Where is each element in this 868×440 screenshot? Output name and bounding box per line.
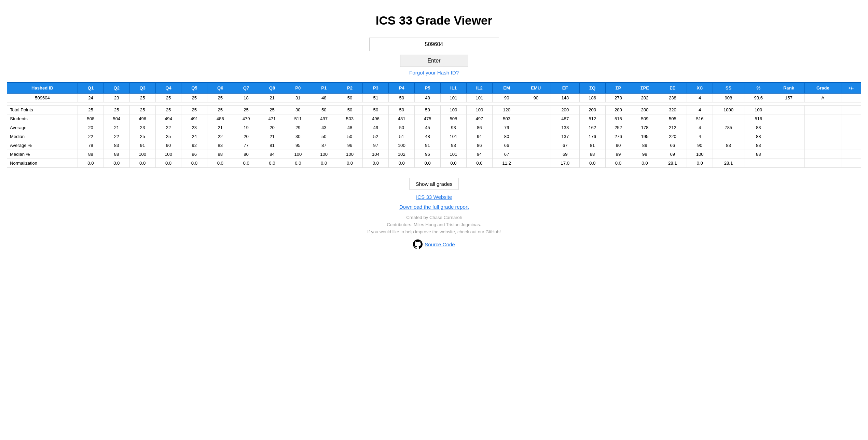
table-cell: 79 xyxy=(492,123,521,132)
table-header-cell: % xyxy=(744,83,773,94)
table-cell: 83 xyxy=(744,141,773,150)
table-cell: 100 xyxy=(466,106,492,114)
table-row: Total Points2525252525252525305050505050… xyxy=(7,106,861,114)
table-cell: 100 xyxy=(389,141,415,150)
table-cell: 50 xyxy=(389,106,415,114)
show-all-button[interactable]: Show all grades xyxy=(410,178,458,190)
table-cell: 508 xyxy=(441,114,467,123)
table-cell: 51 xyxy=(389,132,415,141)
table-cell: 25 xyxy=(129,106,155,114)
table-cell: 93 xyxy=(441,141,467,150)
table-cell xyxy=(744,159,773,168)
table-cell: 475 xyxy=(415,114,441,123)
table-cell: 0.0 xyxy=(259,159,285,168)
table-cell: 90 xyxy=(687,141,713,150)
table-cell: 0.0 xyxy=(389,159,415,168)
table-cell xyxy=(841,159,861,168)
table-cell: 43 xyxy=(311,123,337,132)
table-cell: 50 xyxy=(337,106,363,114)
table-header-cell: IL1 xyxy=(441,83,467,94)
table-cell: 504 xyxy=(104,114,129,123)
table-cell: 0.0 xyxy=(605,159,631,168)
table-cell: 22 xyxy=(104,132,129,141)
table-cell: 48 xyxy=(337,123,363,132)
table-cell: 79 xyxy=(78,141,104,150)
table-cell: 23 xyxy=(129,123,155,132)
table-cell xyxy=(521,150,551,159)
table-cell: 0.0 xyxy=(363,159,389,168)
table-header-row: Hashed IDQ1Q2Q3Q4Q5Q6Q7Q8P0P1P2P3P4P5IL1… xyxy=(7,83,861,94)
table-cell xyxy=(805,159,841,168)
table-row: Students50850449649449148647947151149750… xyxy=(7,114,861,123)
table-cell: 69 xyxy=(658,150,687,159)
credits-line3: If you would like to help improve the we… xyxy=(367,228,501,235)
row-label: Students xyxy=(7,114,78,123)
table-cell xyxy=(841,123,861,132)
table-cell: 4 xyxy=(687,94,713,102)
table-cell: 31 xyxy=(285,94,311,102)
table-header-cell: P4 xyxy=(389,83,415,94)
table-cell: 0.0 xyxy=(466,159,492,168)
table-cell: 0.0 xyxy=(687,159,713,168)
table-cell: 0.0 xyxy=(285,159,311,168)
table-cell: 99 xyxy=(605,150,631,159)
table-cell: 100 xyxy=(285,150,311,159)
table-cell: 28.1 xyxy=(658,159,687,168)
credits-line1: Created by Chase Carnaroli xyxy=(367,214,501,221)
table-cell: 87 xyxy=(311,141,337,150)
table-cell: 21 xyxy=(259,94,285,102)
table-cell: 25 xyxy=(129,132,155,141)
table-cell: 148 xyxy=(551,94,579,102)
table-cell: 276 xyxy=(605,132,631,141)
hash-input[interactable] xyxy=(369,38,499,51)
table-cell xyxy=(805,106,841,114)
source-code-link[interactable]: Source Code xyxy=(425,242,455,247)
table-cell: 83 xyxy=(104,141,129,150)
table-cell: 88 xyxy=(579,150,605,159)
ics-website-link[interactable]: ICS 33 Website xyxy=(416,194,452,200)
table-cell: 90 xyxy=(605,141,631,150)
table-header-cell: +/- xyxy=(841,83,861,94)
table-cell: 238 xyxy=(658,94,687,102)
table-cell: 88 xyxy=(104,150,129,159)
table-cell xyxy=(713,150,744,159)
source-code-section[interactable]: Source Code xyxy=(413,239,455,249)
table-cell: 516 xyxy=(687,114,713,123)
table-cell: 50 xyxy=(337,132,363,141)
table-cell: 25 xyxy=(207,106,233,114)
enter-button[interactable]: Enter xyxy=(400,55,468,67)
table-cell: 25 xyxy=(181,106,207,114)
table-cell: 96 xyxy=(415,150,441,159)
table-cell: 280 xyxy=(605,106,631,114)
table-cell: 91 xyxy=(415,141,441,150)
table-cell: 479 xyxy=(233,114,259,123)
table-cell: 509 xyxy=(631,114,658,123)
table-cell: 22 xyxy=(78,132,104,141)
forgot-hash-link[interactable]: Forgot your Hash ID? xyxy=(409,70,459,75)
table-cell xyxy=(521,106,551,114)
table-cell: 96 xyxy=(181,150,207,159)
page-title: ICS 33 Grade Viewer xyxy=(7,14,861,27)
table-cell: 1000 xyxy=(713,106,744,114)
table-header-cell: Q2 xyxy=(104,83,129,94)
table-cell: 0.0 xyxy=(337,159,363,168)
table-cell: 0.0 xyxy=(579,159,605,168)
download-link[interactable]: Download the full grade report xyxy=(399,204,469,210)
table-cell: 88 xyxy=(78,150,104,159)
grade-table-container: Hashed IDQ1Q2Q3Q4Q5Q6Q7Q8P0P1P2P3P4P5IL1… xyxy=(7,82,861,168)
table-header-cell: ΣQ xyxy=(579,83,605,94)
table-cell: 212 xyxy=(658,123,687,132)
table-cell: 25 xyxy=(104,106,129,114)
table-cell: 81 xyxy=(259,141,285,150)
table-cell: 25 xyxy=(78,106,104,114)
table-cell: 508 xyxy=(78,114,104,123)
table-cell: 220 xyxy=(658,132,687,141)
table-cell: 0.0 xyxy=(181,159,207,168)
table-cell: 22 xyxy=(207,132,233,141)
table-cell: 25 xyxy=(181,94,207,102)
table-cell: 0.0 xyxy=(207,159,233,168)
credits-line2: Contributors: Miles Hong and Tristan Jog… xyxy=(367,221,501,228)
github-icon xyxy=(413,239,423,249)
table-cell: 486 xyxy=(207,114,233,123)
table-cell: 200 xyxy=(551,106,579,114)
